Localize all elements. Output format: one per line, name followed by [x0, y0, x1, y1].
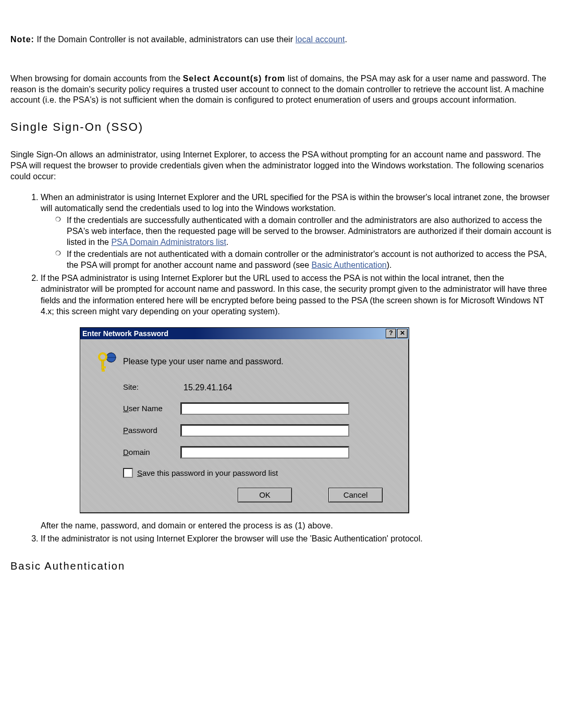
browsing-t1: When browsing for domain accounts from t… [10, 74, 183, 83]
note-label: Note: [10, 35, 34, 44]
sso-scenarios-list: When an administrator is using Internet … [10, 192, 553, 545]
password-label: Password [92, 425, 180, 436]
after-dialog-text: After the name, password, and domain or … [41, 521, 553, 532]
dialog-button-row: OK Cancel [92, 488, 397, 502]
basic-auth-link[interactable]: Basic Authentication [312, 261, 387, 269]
sso-li1a: If the credentials are successfully auth… [67, 215, 553, 248]
page-root: Note: If the Domain Controller is not av… [0, 0, 563, 609]
note-paragraph: Note: If the Domain Controller is not av… [10, 34, 553, 45]
sso-li1a-t2: . [226, 238, 228, 246]
dialog-body: Please type your user name and password.… [80, 339, 409, 513]
psa-domain-admins-link[interactable]: PSA Domain Administrators list [111, 238, 226, 246]
user-name-input[interactable] [180, 402, 349, 415]
close-icon: ✕ [400, 329, 405, 338]
sso-li2: If the PSA administrator is using Intern… [41, 273, 553, 531]
network-password-dialog: Enter Network Password ? ✕ [80, 327, 409, 513]
sso-li3-text: If the administrator is not using Intern… [41, 534, 423, 543]
site-label: Site: [92, 382, 180, 392]
site-value: 15.29.41.164 [180, 382, 397, 393]
sso-li1b-t1: If the credentials are not authenticated… [67, 250, 547, 269]
note-text-before: If the Domain Controller is not availabl… [34, 35, 296, 44]
ok-button[interactable]: OK [238, 488, 292, 502]
sso-li1b: If the credentials are not authenticated… [67, 249, 553, 270]
basic-auth-heading: Basic Authentication [10, 560, 553, 572]
svg-rect-3 [102, 366, 106, 368]
save-password-label: Save this password in your password list [137, 468, 278, 478]
domain-input[interactable] [180, 446, 349, 459]
note-text-after: . [345, 35, 347, 44]
svg-point-1 [99, 353, 106, 361]
help-icon: ? [389, 329, 393, 338]
save-password-checkbox[interactable] [123, 468, 133, 478]
select-accounts-bold: Select Account(s) from [183, 74, 286, 83]
dialog-title: Enter Network Password [82, 329, 386, 338]
dialog-titlebar: Enter Network Password ? ✕ [80, 328, 409, 339]
user-name-label: User Name [92, 403, 180, 414]
sso-li3: If the administrator is not using Intern… [41, 533, 553, 544]
sso-li1b-t2: ). [387, 261, 392, 269]
help-button[interactable]: ? [386, 329, 396, 338]
sso-li1: When an administrator is using Internet … [41, 192, 553, 271]
cancel-button[interactable]: Cancel [328, 488, 383, 502]
key-globe-icon [96, 351, 118, 373]
password-input[interactable] [180, 424, 349, 437]
sso-intro: Single Sign-On allows an administrator, … [10, 150, 553, 182]
save-password-row: Save this password in your password list [92, 468, 397, 478]
sso-heading: Single Sign-On (SSO) [10, 120, 553, 134]
svg-rect-4 [102, 369, 105, 372]
close-button[interactable]: ✕ [397, 329, 408, 338]
sso-li1-sublist: If the credentials are successfully auth… [41, 215, 553, 271]
dialog-message: Please type your user name and password. [123, 356, 284, 367]
sso-li2-text: If the PSA administrator is using Intern… [41, 274, 547, 315]
domain-label: Domain [92, 447, 180, 458]
browsing-paragraph: When browsing for domain accounts from t… [10, 73, 553, 106]
local-account-link[interactable]: local account [296, 35, 345, 44]
key-icon-cell [92, 351, 123, 373]
sso-li1-text: When an administrator is using Internet … [41, 193, 549, 213]
